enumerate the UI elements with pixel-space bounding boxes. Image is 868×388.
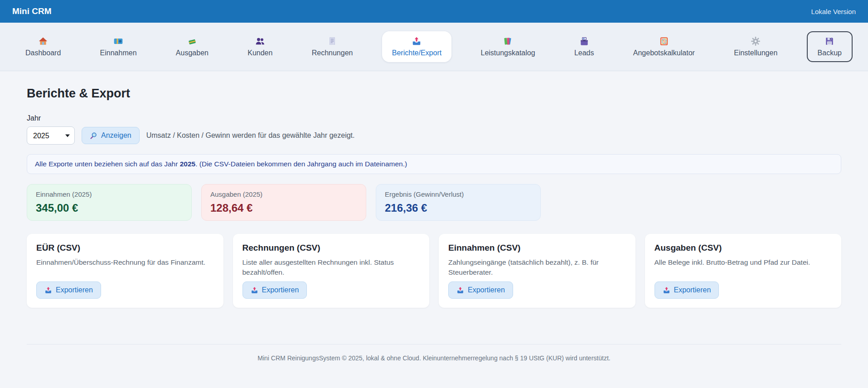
export-cards-row: EÜR (CSV) Einnahmen/Überschuss-Rechnung … <box>27 234 841 308</box>
stats-row: Einnahmen (2025) 345,00 € Ausgaben (2025… <box>27 184 841 221</box>
export-button-label: Exportieren <box>674 286 711 294</box>
nav-tab-rechnungen[interactable]: Rechnungen <box>302 31 363 62</box>
export-card-description: Einnahmen/Überschuss-Rechnung für das Fi… <box>36 257 214 267</box>
note-year: 2025 <box>180 160 195 168</box>
abacus-icon <box>659 36 669 46</box>
stat-card-ausgaben: Ausgaben (2025) 128,64 € <box>201 184 366 221</box>
stat-card-ergebnis: Ergebnis (Gewinn/Verlust) 216,36 € <box>376 184 541 221</box>
outbox-tray-icon <box>456 286 464 294</box>
stat-value: 345,00 € <box>36 202 183 214</box>
nav-tab-einstellungen[interactable]: Einstellungen <box>724 31 787 62</box>
nav-tab-leads[interactable]: Leads <box>564 31 604 62</box>
main-nav: Dashboard Einnahmen Ausgaben Kunden Rech… <box>0 23 868 71</box>
page-title: Berichte & Export <box>27 87 841 101</box>
export-card-title: EÜR (CSV) <box>36 243 214 253</box>
app-brand: Mini CRM <box>12 6 52 16</box>
export-einnahmen-button[interactable]: Exportieren <box>448 281 513 299</box>
nav-tab-label: Einnahmen <box>100 49 137 57</box>
outbox-tray-icon <box>44 286 52 294</box>
stat-label: Einnahmen (2025) <box>36 190 183 198</box>
footer-text: Mini CRM ReinigungsSystem © 2025, lokal … <box>257 354 610 362</box>
nav-tab-label: Dashboard <box>25 49 61 57</box>
export-card-ausgaben: Ausgaben (CSV) Alle Belege inkl. Brutto-… <box>645 234 842 308</box>
export-button-label: Exportieren <box>56 286 93 294</box>
floppy-disk-icon <box>824 36 834 46</box>
show-year-button[interactable]: Anzeigen <box>82 127 140 144</box>
stat-value: 128,64 € <box>210 202 357 214</box>
export-button-label: Exportieren <box>468 286 505 294</box>
nav-tab-kunden[interactable]: Kunden <box>238 31 282 62</box>
note-prefix: Alle Exporte unten beziehen sich auf das… <box>35 160 180 168</box>
nav-tab-label: Angebotskalkulator <box>633 49 695 57</box>
year-controls: 2025 Anzeigen Umsatz / Kosten / Gewinn w… <box>27 126 841 145</box>
magnifier-icon <box>90 132 97 140</box>
year-helper-text: Umsatz / Kosten / Gewinn werden für das … <box>146 131 355 140</box>
nav-tab-dashboard[interactable]: Dashboard <box>15 31 71 62</box>
year-label: Jahr <box>27 114 841 122</box>
nav-tab-berichte-export[interactable]: Berichte/Export <box>382 31 451 62</box>
stat-value: 216,36 € <box>385 202 532 214</box>
export-card-einnahmen: Einnahmen (CSV) Zahlungseingänge (tatsäc… <box>439 234 635 308</box>
gear-icon <box>751 36 761 46</box>
outbox-tray-icon <box>663 286 670 294</box>
export-euer-button[interactable]: Exportieren <box>36 281 101 299</box>
nav-tab-label: Backup <box>818 49 842 57</box>
stat-label: Ergebnis (Gewinn/Verlust) <box>385 190 532 198</box>
outbox-tray-icon <box>412 36 422 46</box>
export-card-description: Liste aller ausgestellten Rechnungen ink… <box>242 257 420 278</box>
books-icon <box>503 36 513 46</box>
version-label: Lokale Version <box>811 8 856 15</box>
year-select-wrap: 2025 <box>27 126 75 145</box>
stat-card-einnahmen: Einnahmen (2025) 345,00 € <box>27 184 192 221</box>
nav-tab-label: Ausgaben <box>176 49 209 57</box>
export-card-title: Einnahmen (CSV) <box>448 243 626 253</box>
export-info-note: Alle Exporte unten beziehen sich auf das… <box>27 154 841 174</box>
export-card-description: Zahlungseingänge (tatsächlich bezahlt), … <box>448 257 626 278</box>
outbox-tray-icon <box>251 286 258 294</box>
users-icon <box>255 36 265 46</box>
export-card-euer: EÜR (CSV) Einnahmen/Überschuss-Rechnung … <box>27 234 223 308</box>
backup-button[interactable]: Backup <box>807 31 853 62</box>
show-year-button-label: Anzeigen <box>101 131 131 140</box>
ballot-box-icon <box>579 36 589 46</box>
receipt-icon <box>327 36 337 46</box>
note-suffix: . (Die CSV-Dateien bekommen den Jahrgang… <box>195 160 407 168</box>
year-select[interactable]: 2025 <box>27 126 75 145</box>
nav-tab-label: Leads <box>574 49 594 57</box>
nav-tab-label: Berichte/Export <box>392 49 441 57</box>
export-rechnungen-button[interactable]: Exportieren <box>242 281 307 299</box>
stat-label: Ausgaben (2025) <box>210 190 357 198</box>
export-card-title: Rechnungen (CSV) <box>242 243 420 253</box>
export-card-title: Ausgaben (CSV) <box>655 243 832 253</box>
money-wings-icon <box>187 36 197 46</box>
export-ausgaben-button[interactable]: Exportieren <box>655 281 719 299</box>
euro-banknote-icon <box>113 36 123 46</box>
nav-tab-ausgaben[interactable]: Ausgaben <box>166 31 218 62</box>
top-bar: Mini CRM Lokale Version <box>0 0 868 23</box>
nav-tab-label: Einstellungen <box>734 49 777 57</box>
nav-tab-label: Leistungskatalog <box>480 49 535 57</box>
nav-tab-einnahmen[interactable]: Einnahmen <box>90 31 147 62</box>
nav-tab-leistungskatalog[interactable]: Leistungskatalog <box>470 31 545 62</box>
house-icon <box>38 36 48 46</box>
nav-tab-label: Kunden <box>247 49 272 57</box>
export-button-label: Exportieren <box>262 286 299 294</box>
nav-tab-label: Rechnungen <box>312 49 353 57</box>
export-card-rechnungen: Rechnungen (CSV) Liste aller ausgestellt… <box>233 234 430 308</box>
reports-export-page: Berichte & Export Jahr 2025 Anzeigen Ums… <box>0 71 868 372</box>
nav-tab-angebotskalkulator[interactable]: Angebotskalkulator <box>623 31 705 62</box>
footer: Mini CRM ReinigungsSystem © 2025, lokal … <box>27 344 841 372</box>
export-card-description: Alle Belege inkl. Brutto-Betrag und Pfad… <box>655 257 832 267</box>
